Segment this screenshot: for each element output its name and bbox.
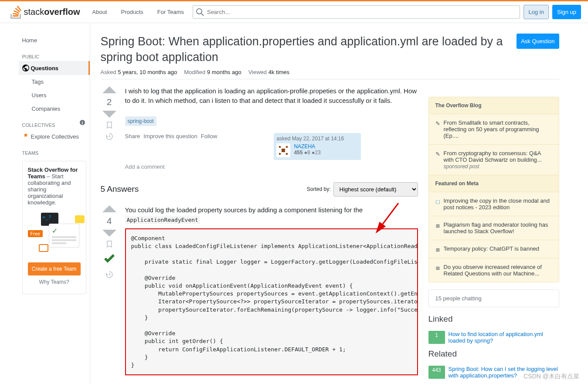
bookmark-icon[interactable] [105,240,113,248]
related-item[interactable]: 443Spring Boot: How can I set the loggin… [428,366,559,379]
sort-select[interactable]: Highest score (default) [333,182,418,197]
linked-item[interactable]: 1How to find location of application.yml… [428,331,559,344]
chat-box[interactable]: 15 people chatting [428,289,559,307]
avatar[interactable] [276,143,290,157]
teams-promo-image: >_? Free ✓ [28,213,85,252]
question-meta: Asked 5 years, 10 months ago Modified 9 … [101,69,559,79]
sponsored-label: sponsored post [444,163,479,170]
pencil-icon: ✎ [435,151,440,170]
teams-promo-box: Stack Overflow for Teams – Start collabo… [22,161,86,294]
meta-link[interactable]: Plagiarism flag and moderator tooling ha… [444,221,552,234]
sorted-by-label: Sorted by: [307,186,331,192]
blog-header: The Overflow Blog [429,97,559,114]
share-link[interactable]: Share [125,133,140,160]
user-stats: 455 ●8 ●23 [294,150,320,156]
svg-text:i: i [82,120,83,125]
accepted-check-icon [102,251,117,267]
answers-count: 5 Answers [101,184,139,194]
meta-stack-icon: ≣ [435,222,440,234]
sidebar-users[interactable]: Users [19,88,90,102]
history-icon[interactable] [105,133,113,140]
vote-count: 2 [107,97,112,107]
user-name-link[interactable]: NAZEHA [294,143,320,150]
sidebar-teams-heading: TEAMS [19,143,90,157]
answer-post: 4 You could log the loaded property sour… [101,205,418,375]
meta-stack-icon: ≣ [435,265,440,277]
history-icon[interactable] [105,271,113,279]
info-icon[interactable]: i [79,119,85,126]
upvote-button[interactable] [102,86,116,93]
vote-count: 4 [107,216,112,226]
meta-link[interactable]: Improving the copy in the close modal an… [444,197,552,211]
meta-link[interactable]: Do you observe increased relevance of Re… [444,264,552,277]
signup-button[interactable]: Sign up [552,5,581,19]
svg-rect-5 [282,149,285,152]
improve-link[interactable]: Improve this question [143,133,197,160]
create-team-button[interactable]: Create a free Team [28,262,81,275]
sidebar-questions-label: Questions [31,65,59,71]
ask-question-button[interactable]: Ask Question [517,34,559,49]
sidebar-collectives-heading: COLLECTIVES [19,116,55,129]
nav-products[interactable]: Products [116,6,148,18]
meta-header: Featured on Meta [429,175,559,192]
code-block: @Component public class LoadedConfigFile… [125,228,418,375]
related-header: Related [428,349,559,359]
search-icon [196,8,204,16]
header: stackoverflow About Products For Teams L… [0,1,588,23]
svg-rect-7 [286,153,288,155]
login-button[interactable]: Log in [523,5,548,19]
blog-link[interactable]: From cryptography to consensus: Q&A with… [444,150,542,163]
user-card: asked May 22, 2017 at 14:16 NAZEHA 455 ●… [274,133,361,160]
meta-stack-icon: ≣ [435,246,440,253]
asked-time: asked May 22, 2017 at 14:16 [276,136,358,142]
sidebar-public-heading: PUBLIC [19,47,90,61]
stackoverflow-icon [10,6,21,19]
related-title[interactable]: Spring Boot: How can I set the logging l… [449,366,559,379]
svg-rect-4 [286,146,288,148]
follow-link[interactable]: Follow [201,133,218,160]
search-input[interactable] [193,5,520,19]
bookmark-icon[interactable] [105,121,113,129]
linked-header: Linked [428,314,559,324]
linked-score: 1 [428,331,445,344]
main-content: Spring Boot: When application.properties… [90,23,570,384]
upvote-button[interactable] [102,205,116,212]
tag-spring-boot[interactable]: spring-boot [125,116,156,126]
meta-speech-icon: ◻ [435,198,440,211]
related-score: 443 [428,366,445,379]
sidebar-home[interactable]: Home [19,34,90,47]
svg-rect-3 [279,146,281,148]
globe-icon [22,65,29,71]
sidebar-explore-collectives[interactable]: Explore Collectives [19,129,90,143]
linked-title[interactable]: How to find location of application.yml … [449,331,559,344]
question-title: Spring Boot: When application.properties… [101,34,510,65]
downvote-button[interactable] [102,111,116,118]
nav-about[interactable]: About [87,6,112,18]
meta-link[interactable]: Temporary policy: ChatGPT is banned [444,245,539,253]
add-comment-link[interactable]: Add a comment [125,160,418,173]
svg-rect-6 [279,153,281,155]
blog-link[interactable]: From Smalltalk to smart contracts, refle… [444,119,552,139]
question-post: 2 I wish to log that the application is … [101,86,418,173]
left-sidebar: Home PUBLIC Questions Tags Users Compani… [19,23,90,384]
sidebar-explore-label: Explore Collectives [31,133,79,140]
sidebar-companies[interactable]: Companies [19,102,90,116]
star-burst-icon [22,133,29,140]
downvote-button[interactable] [102,230,116,237]
right-sidebar: The Overflow Blog ✎From Smalltalk to sma… [428,97,559,384]
sidebar-tags[interactable]: Tags [19,75,90,88]
logo[interactable]: stackoverflow [7,1,84,23]
question-body: I wish to log that the application is lo… [125,86,418,106]
overflow-blog-box: The Overflow Blog ✎From Smalltalk to sma… [428,97,559,282]
sidebar-questions[interactable]: Questions [19,61,90,75]
post-actions: Share Improve this question Follow [125,133,218,160]
pencil-icon: ✎ [435,120,440,139]
nav-teams[interactable]: For Teams [152,6,189,18]
why-teams-link[interactable]: Why Teams? [28,275,81,289]
answer-body: You could log the loaded property source… [125,205,418,225]
